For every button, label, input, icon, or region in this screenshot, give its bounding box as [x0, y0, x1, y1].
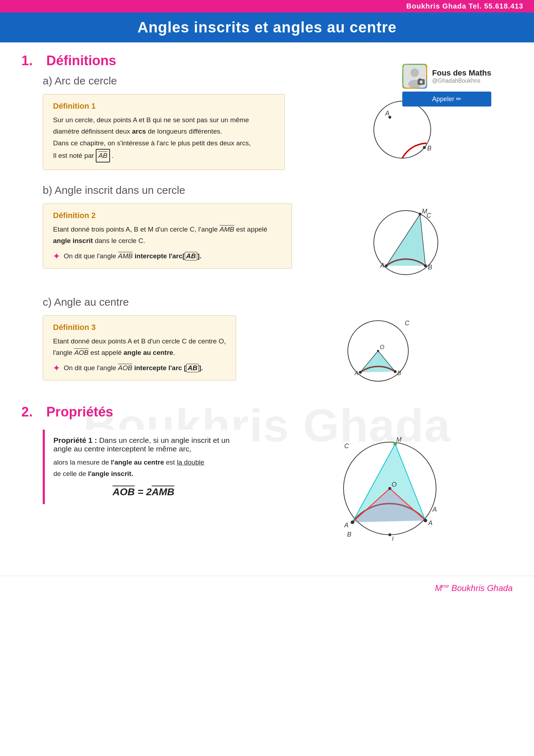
def1-text5: .: [112, 152, 114, 159]
section1-number: 1.: [21, 53, 39, 68]
prop1-diagram: O M A A I C B: [253, 426, 513, 547]
svg-point-29: [359, 371, 362, 374]
svg-text:I: I: [392, 536, 394, 542]
def1-text4: Il est noté par: [53, 152, 96, 159]
pink-cross-icon-2: ✦: [53, 364, 59, 373]
svg-point-49: [424, 519, 427, 522]
svg-text:A: A: [428, 519, 433, 527]
subsection-b-title: b) Angle inscrit dans un cercle: [43, 184, 513, 196]
call-button[interactable]: Appeler ✏: [402, 92, 491, 107]
svg-point-6: [374, 101, 431, 158]
main-title-bar: Angles inscrits et angles au centre: [0, 12, 534, 42]
svg-text:B: B: [428, 264, 432, 271]
section2-header: 2. Propriétés: [21, 404, 513, 420]
property-box-1: Propriété 1 : Dans un cercle, si un angl…: [43, 430, 242, 504]
channel-info: Fous des Maths @GhadahBoukhris: [432, 68, 491, 84]
channel-name: Fous des Maths: [432, 68, 491, 78]
svg-point-20: [424, 264, 427, 267]
prop1-formula: AOB = 2AMB: [53, 486, 234, 498]
def2-note-bold: intercepte l'arc[AB].: [135, 252, 201, 260]
def1-bold1: arcs: [132, 128, 146, 135]
def1-text3: Dans ce chapitre, on s'intéresse à l'arc…: [53, 139, 251, 147]
footer-rest: Boukhris Ghada: [449, 583, 513, 593]
def2-note-text: On dit que l'angle AMB intercepte l'arc[…: [64, 252, 201, 260]
svg-text:C: C: [344, 442, 349, 450]
main-title: Angles inscrits et angles au centre: [137, 19, 397, 36]
prop1-colon: :: [93, 436, 97, 444]
def3-text: Etant donné deux points A et B d'un cerc…: [53, 336, 226, 359]
footer-text: Mme Boukhris Ghada: [435, 583, 513, 593]
def2-text3: dans le cercle C.: [93, 237, 145, 244]
svg-text:A: A: [380, 262, 384, 269]
svg-text:B: B: [427, 145, 431, 152]
def3-note-angle: AOB: [118, 364, 132, 372]
svg-marker-24: [360, 351, 395, 372]
def2-note: ✦ On dit que l'angle AMB intercepte l'ar…: [53, 252, 282, 261]
prop1-text: alors la mesure de l'angle au centre est…: [53, 457, 234, 480]
definition-box-1: Définition 1 Sur un cercle, deux points …: [43, 94, 285, 170]
def3-col: Définition 3 Etant donné deux points A e…: [21, 312, 236, 384]
def1-title: Définition 1: [53, 102, 274, 111]
def3-text1: Etant donné deux points A et B d'un cerc…: [53, 337, 226, 345]
def3-title: Définition 3: [53, 323, 226, 332]
social-box: Fous des Maths @GhadahBoukhris Appeler ✏: [402, 64, 491, 107]
svg-text:C: C: [426, 212, 431, 219]
def1-text: Sur un cercle, deux points A et B qui ne…: [53, 114, 274, 162]
svg-text:A: A: [385, 110, 389, 117]
content-area: Boukhris Ghada Fo: [0, 42, 534, 569]
prop1-bold1: l'angle au centre: [111, 459, 164, 466]
svg-point-27: [377, 350, 379, 352]
section2-number: 2.: [21, 404, 39, 420]
formula-aob: AOB: [112, 486, 135, 497]
def2-note-angle: AMB: [118, 252, 133, 260]
prop1-label: Propriété 1: [53, 436, 93, 444]
svg-text:A: A: [344, 522, 349, 529]
svg-point-18: [385, 264, 388, 267]
svg-point-43: [388, 487, 391, 490]
def2-row: Définition 2 Etant donné trois points A,…: [21, 200, 513, 285]
def2-text2: est appelé: [234, 226, 267, 233]
def2-text: Etant donné trois points A, B et M d'un …: [53, 224, 282, 247]
prop1-row: Propriété 1 : Dans un cercle, si un angl…: [43, 426, 513, 547]
def3-note-text: On dit que l'angle AOB intercepte l'arc …: [64, 364, 203, 372]
def3-diagram: O A B C: [236, 312, 513, 390]
svg-point-1: [410, 68, 419, 77]
svg-text:O: O: [380, 344, 384, 350]
def3-text2: l'angle: [53, 349, 74, 356]
svg-point-9: [423, 146, 426, 149]
def2-bold1: angle inscrit: [53, 237, 93, 244]
def3-angle1: AOB: [74, 349, 89, 356]
avatar-icon: [403, 65, 426, 88]
svg-point-51: [388, 533, 391, 536]
def2-angle1: AMB: [220, 226, 234, 233]
svg-rect-5: [419, 78, 421, 80]
def2-text1: Etant donné trois points A, B et M d'un …: [53, 226, 220, 233]
def3-note-bold: intercepte l'arc [AB].: [134, 364, 203, 372]
svg-text:B: B: [347, 531, 351, 538]
svg-text:A: A: [432, 506, 437, 513]
def3-note: ✦ On dit que l'angle AOB intercepte l'ar…: [53, 364, 226, 373]
svg-point-31: [394, 370, 397, 373]
section1-title: Définitions: [46, 53, 116, 68]
def2-title: Définition 2: [53, 211, 282, 220]
def3-text4: .: [173, 349, 175, 356]
prop1-bold2: l'angle inscrit.: [88, 470, 133, 477]
prop1-svg: O M A A I C B: [315, 426, 450, 547]
def3-row: Définition 3 Etant donné deux points A e…: [21, 312, 513, 390]
footer: Mme Boukhris Ghada: [0, 576, 534, 600]
footer-sup: me: [442, 583, 449, 589]
svg-point-47: [351, 521, 354, 524]
social-row: Fous des Maths @GhadahBoukhris: [402, 64, 491, 89]
prop1-underline1: la double: [177, 459, 204, 466]
def1-arc-notation: AB: [96, 149, 110, 162]
top-bar-text: Boukhris Ghada Tel. 55.618.413: [406, 2, 523, 10]
definition-box-2: Définition 2 Etant donné trois points A,…: [43, 203, 292, 269]
svg-marker-13: [386, 214, 425, 266]
svg-point-16: [419, 213, 422, 216]
svg-text:O: O: [392, 481, 397, 488]
def3-bold1: angle au centre: [124, 349, 173, 356]
svg-point-4: [420, 81, 423, 83]
section2-title: Propriétés: [46, 404, 113, 420]
svg-text:A: A: [354, 370, 358, 376]
def3-text3: est appelé: [89, 349, 124, 356]
